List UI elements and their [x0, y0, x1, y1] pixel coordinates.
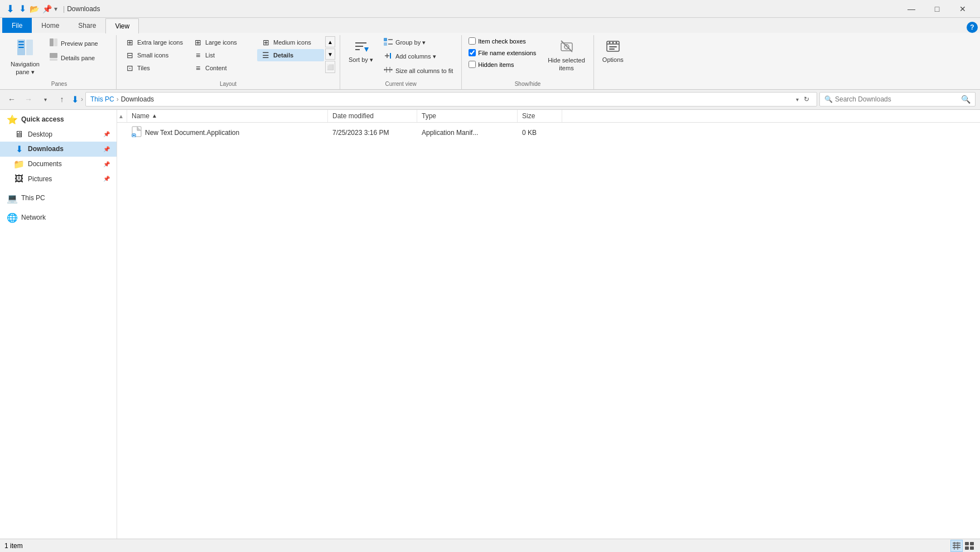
qat-undo-button[interactable]: ⬇: [18, 2, 27, 15]
small-icons-label: Small icons: [137, 52, 168, 59]
breadcrumb[interactable]: This PC › Downloads ▾ ↻: [85, 92, 817, 106]
col-header-date[interactable]: Date modified: [328, 110, 417, 122]
item-check-boxes-text: Item check boxes: [478, 38, 526, 45]
medium-icons-label: Medium icons: [273, 39, 311, 46]
sort-by-button[interactable]: Sort by ▾: [345, 36, 377, 66]
layout-scroll-up[interactable]: ▲: [325, 36, 335, 47]
group-by-button[interactable]: Group by ▾: [379, 36, 457, 49]
qat-folder-button[interactable]: 📂: [28, 3, 40, 14]
preview-pane-icon: [49, 38, 59, 49]
hidden-items-label[interactable]: Hidden items: [466, 60, 538, 69]
search-box[interactable]: 🔍 🔍: [819, 92, 976, 106]
hidden-items-input[interactable]: [469, 61, 476, 68]
qat-dropdown[interactable]: ▾: [54, 5, 57, 13]
location-icon: ⬇: [71, 94, 79, 105]
sidebar-item-documents[interactable]: 📁 Documents 📌: [0, 157, 117, 172]
window-controls: — □ ✕: [899, 0, 976, 18]
svg-rect-3: [18, 44, 24, 45]
downloads-label: Downloads: [28, 145, 64, 153]
item-check-boxes-label[interactable]: Item check boxes: [466, 36, 538, 46]
col-header-size[interactable]: Size: [518, 110, 562, 122]
list-icon: ≡: [193, 51, 203, 60]
preview-pane-button[interactable]: Preview pane: [45, 36, 112, 50]
title-bar: ⬇ ⬇ 📂 📌 ▾ | Downloads — □ ✕: [0, 0, 980, 18]
layout-items: ⊞ Extra large icons ⊟ Small icons ⊡ Tile…: [121, 35, 335, 80]
svg-rect-34: [609, 49, 615, 50]
size-all-columns-button[interactable]: Size all columns to fit: [379, 64, 457, 77]
maximize-button[interactable]: □: [924, 0, 950, 18]
file-name-extensions-input[interactable]: [469, 49, 476, 56]
sidebar-item-desktop[interactable]: 🖥 Desktop 📌: [0, 127, 117, 142]
this-pc-label: This PC: [21, 194, 45, 202]
details-pane-button[interactable]: Details pane: [45, 51, 112, 65]
sidebar-quick-access[interactable]: ⭐ Quick access: [0, 112, 117, 127]
item-check-boxes-input[interactable]: [469, 37, 476, 45]
add-columns-icon: [383, 52, 393, 61]
extra-large-icons-icon: ⊞: [125, 38, 135, 47]
breadcrumb-sep: ›: [117, 95, 119, 103]
add-columns-label: Add columns ▾: [395, 53, 436, 60]
breadcrumb-this-pc[interactable]: This PC: [90, 95, 114, 103]
file-name-extensions-label[interactable]: File name extensions: [466, 48, 538, 57]
ribbon-group-panes: Navigationpane ▾ Preview pane: [2, 35, 117, 89]
tab-share[interactable]: Share: [69, 18, 105, 33]
small-icons-button[interactable]: ⊟ Small icons: [121, 49, 188, 61]
medium-icons-button[interactable]: ⊞ Medium icons: [257, 36, 324, 49]
extra-large-icons-button[interactable]: ⊞ Extra large icons: [121, 36, 188, 49]
row-spacer: [117, 130, 127, 135]
list-button[interactable]: ≡ List: [189, 49, 256, 61]
sidebar-item-this-pc[interactable]: 💻 This PC: [0, 191, 117, 206]
sort-arrow-col: ▲: [117, 110, 127, 122]
details-button[interactable]: ☰ Details: [257, 49, 324, 61]
recent-locations-button[interactable]: ▾: [38, 92, 52, 106]
title-separator: |: [63, 5, 65, 13]
col-header-name[interactable]: Name ▲: [127, 110, 328, 122]
size-all-columns-icon: [383, 66, 393, 75]
svg-rect-5: [50, 38, 54, 46]
forward-button[interactable]: →: [21, 92, 36, 106]
help-button[interactable]: ?: [967, 22, 978, 33]
sidebar-item-network[interactable]: 🌐 Network: [0, 210, 117, 225]
details-pane-icon: [49, 52, 59, 63]
table-row[interactable]: New Text Document.Application 7/25/2023 …: [117, 123, 980, 143]
close-button[interactable]: ✕: [950, 0, 976, 18]
navigation-pane-button[interactable]: Navigationpane ▾: [7, 36, 44, 79]
tab-view[interactable]: View: [105, 18, 139, 33]
tiles-label: Tiles: [137, 65, 150, 71]
layout-scroll-down[interactable]: ▼: [325, 49, 335, 60]
breadcrumb-dropdown[interactable]: ▾: [796, 96, 799, 103]
minimize-button[interactable]: —: [899, 0, 924, 18]
tab-file[interactable]: File: [2, 18, 32, 33]
back-button[interactable]: ←: [4, 92, 19, 106]
qat-pin-button[interactable]: 📌: [41, 3, 53, 14]
current-view-col: Group by ▾ Add columns ▾: [379, 36, 457, 77]
tiles-button[interactable]: ⊡ Tiles: [121, 62, 188, 74]
refresh-button[interactable]: ↻: [801, 94, 812, 105]
layout-expand[interactable]: ⬜: [325, 61, 335, 73]
search-input[interactable]: [835, 95, 961, 103]
file-list: New Text Document.Application 7/25/2023 …: [117, 123, 980, 539]
col-header-type[interactable]: Type: [417, 110, 518, 122]
medium-icons-icon: ⊞: [261, 38, 271, 47]
quick-access-icon: ⭐: [7, 114, 18, 125]
svg-marker-12: [364, 47, 369, 52]
small-icons-icon: ⊟: [125, 51, 135, 60]
add-columns-button[interactable]: Add columns ▾: [379, 50, 457, 63]
up-button[interactable]: ↑: [55, 92, 69, 106]
content-button[interactable]: ≡ Content: [189, 62, 256, 74]
sidebar-item-pictures[interactable]: 🖼 Pictures 📌: [0, 172, 117, 186]
hide-selected-items-button[interactable]: Hide selecteditems: [544, 36, 589, 75]
sort-by-icon: [353, 38, 369, 55]
large-icons-button[interactable]: ⊞ Large icons: [189, 36, 256, 49]
file-icon: [132, 126, 142, 139]
sidebar-item-downloads[interactable]: ⬇ Downloads 📌: [0, 142, 117, 157]
details-view-button[interactable]: [950, 540, 963, 552]
quick-access-label: Quick access: [21, 115, 64, 123]
list-label: List: [205, 52, 215, 59]
large-icons-view-button[interactable]: [963, 540, 976, 552]
tab-home[interactable]: Home: [32, 18, 69, 33]
search-button[interactable]: 🔍: [961, 95, 971, 104]
options-button[interactable]: Options: [598, 36, 627, 65]
layout-group-label: Layout: [121, 80, 335, 89]
file-date-cell: 7/25/2023 3:16 PM: [328, 127, 417, 139]
